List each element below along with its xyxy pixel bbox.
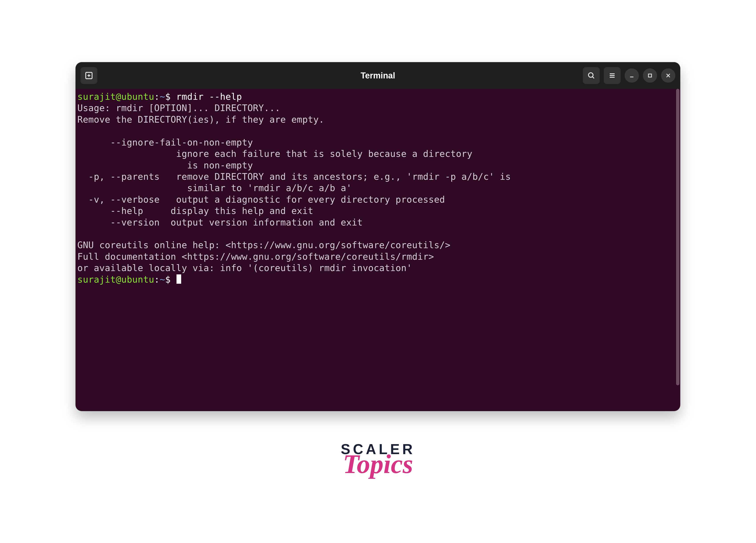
brand-logo-bottom: Topics bbox=[341, 453, 415, 475]
menu-button[interactable] bbox=[604, 67, 621, 84]
terminal-cursor bbox=[176, 274, 181, 284]
scrollbar-thumb[interactable] bbox=[676, 89, 679, 385]
search-button[interactable] bbox=[583, 67, 600, 84]
close-button[interactable] bbox=[661, 68, 675, 83]
svg-rect-9 bbox=[648, 74, 652, 77]
brand-logo: SCALER Topics bbox=[341, 444, 415, 475]
svg-point-3 bbox=[588, 73, 593, 77]
window-title: Terminal bbox=[361, 71, 395, 80]
new-tab-button[interactable] bbox=[80, 67, 97, 84]
svg-line-4 bbox=[592, 77, 594, 78]
minimize-button[interactable] bbox=[625, 68, 639, 83]
hamburger-icon bbox=[608, 71, 616, 80]
minimize-icon bbox=[628, 72, 635, 79]
terminal-window: Terminal bbox=[76, 62, 680, 411]
new-tab-icon bbox=[85, 71, 93, 80]
maximize-icon bbox=[647, 72, 653, 79]
terminal-output: surajit@ubuntu:~$ rmdir --help Usage: rm… bbox=[77, 91, 678, 285]
scrollbar[interactable] bbox=[676, 89, 679, 411]
maximize-button[interactable] bbox=[643, 68, 657, 83]
window-titlebar: Terminal bbox=[76, 62, 680, 89]
search-icon bbox=[587, 71, 596, 80]
terminal-body[interactable]: surajit@ubuntu:~$ rmdir --help Usage: rm… bbox=[76, 89, 680, 411]
close-icon bbox=[665, 72, 672, 79]
